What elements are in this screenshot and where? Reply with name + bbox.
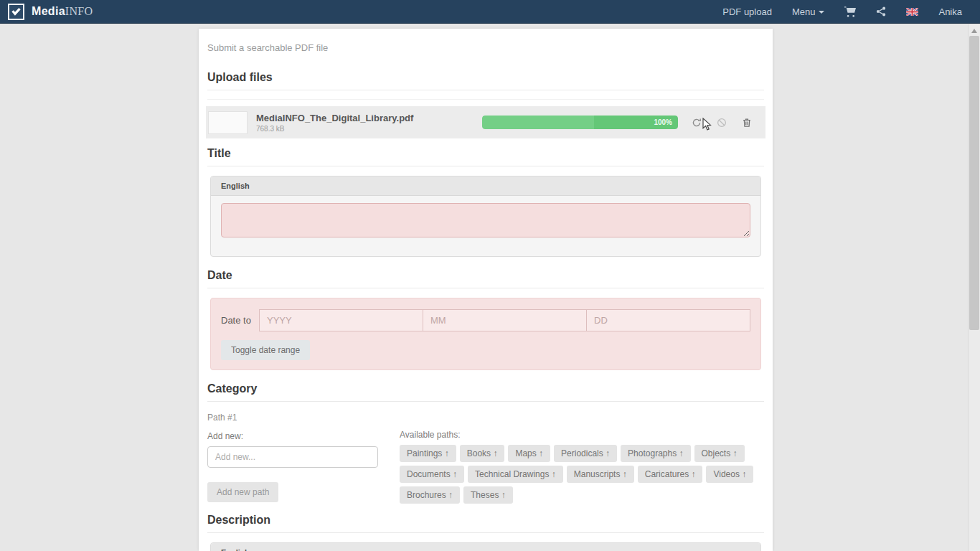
date-panel: Date to Toggle date range [210,298,761,370]
date-day-input[interactable] [586,309,750,331]
dropzone-divider [207,99,764,100]
available-path-button[interactable]: Manuscripts ↑ [567,466,634,483]
upload-form-card: Submit a searchable PDF file Upload file… [199,29,773,551]
date-heading: Date [207,269,764,288]
available-path-button[interactable]: Documents ↑ [400,466,464,483]
available-path-button[interactable]: Maps ↑ [508,445,550,462]
date-year-input[interactable] [259,309,423,331]
add-new-path-button[interactable]: Add new path [207,482,278,502]
brand-logo[interactable]: MediaINFO [8,4,93,20]
nav-user[interactable]: Anika [938,6,962,17]
available-path-button[interactable]: Objects ↑ [694,445,745,462]
scrollbar-thumb[interactable] [969,36,979,330]
file-meta: MediaINFO_The_Digital_Library.pdf 768.3 … [256,113,482,133]
file-thumbnail [208,111,248,134]
cart-icon[interactable] [844,6,856,17]
page-scrollbar[interactable] [968,24,980,551]
add-new-category-input[interactable] [207,446,378,468]
date-month-input[interactable] [423,309,587,331]
uploaded-file-row: MediaINFO_The_Digital_Library.pdf 768.3 … [206,106,765,138]
path-number-label: Path #1 [207,413,383,423]
upload-files-heading: Upload files [207,71,764,90]
description-panel: English [210,542,761,551]
available-paths-label: Available paths: [400,413,764,440]
delete-file-icon[interactable] [740,116,753,129]
top-navbar: MediaINFO PDF upload Menu Anika [0,0,980,24]
cancel-upload-icon[interactable] [715,116,728,129]
title-textarea[interactable] [221,203,750,237]
language-flag-icon[interactable] [906,8,918,16]
available-path-button[interactable]: Videos ↑ [706,466,753,483]
category-heading: Category [207,382,764,402]
file-name: MediaINFO_The_Digital_Library.pdf [256,113,482,123]
title-heading: Title [207,147,764,166]
file-actions [678,116,765,129]
toggle-date-range-button[interactable]: Toggle date range [221,340,310,360]
description-heading: Description [207,514,764,533]
share-icon[interactable] [876,6,886,17]
nav-pdf-upload[interactable]: PDF upload [722,6,772,17]
title-panel: English [210,176,761,257]
upload-progress-label: 100% [654,118,672,126]
available-path-button[interactable]: Periodicals ↑ [554,445,617,462]
available-path-button[interactable]: Books ↑ [460,445,505,462]
upload-progress-track: 100% [482,116,678,129]
date-to-label: Date to [221,315,254,326]
available-path-button[interactable]: Paintings ↑ [400,445,456,462]
available-path-button[interactable]: Caricatures ↑ [638,466,703,483]
retry-upload-icon[interactable] [690,116,703,129]
available-path-button[interactable]: Technical Drawings ↑ [468,466,563,483]
scrollbar-up-arrow[interactable] [969,27,980,35]
available-path-button[interactable]: Photographs ↑ [621,445,690,462]
available-path-button[interactable]: Theses ↑ [463,486,513,504]
available-path-button[interactable]: Brochures ↑ [400,486,460,504]
upload-progress-bar: 100% [482,116,678,129]
file-size: 768.3 kB [256,125,482,133]
brand-checkbox-icon [8,4,24,20]
nav-menu-dropdown[interactable]: Menu [792,6,825,17]
description-language-tab: English [211,543,760,551]
chevron-down-icon [819,11,824,14]
add-new-label: Add new: [207,431,383,441]
brand-name: MediaINFO [32,5,93,18]
page-subtitle: Submit a searchable PDF file [207,42,764,53]
title-language-tab: English [211,176,760,196]
available-paths-list: Paintings ↑Books ↑Maps ↑Periodicals ↑Pho… [400,445,764,504]
